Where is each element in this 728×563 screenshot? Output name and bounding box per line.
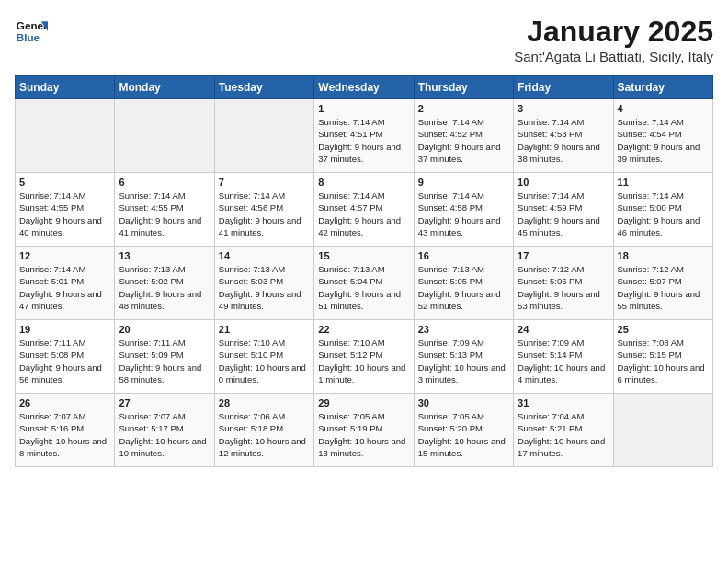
- day-number: 22: [318, 324, 409, 335]
- calendar-cell: 31Sunrise: 7:04 AM Sunset: 5:21 PM Dayli…: [514, 394, 613, 467]
- day-number: 11: [618, 177, 709, 188]
- day-info: Sunrise: 7:12 AM Sunset: 5:06 PM Dayligh…: [518, 263, 609, 312]
- calendar-cell: 2Sunrise: 7:14 AM Sunset: 4:52 PM Daylig…: [414, 99, 513, 173]
- calendar-cell: 5Sunrise: 7:14 AM Sunset: 4:55 PM Daylig…: [16, 173, 115, 247]
- day-info: Sunrise: 7:09 AM Sunset: 5:14 PM Dayligh…: [518, 337, 609, 385]
- calendar-cell: 20Sunrise: 7:11 AM Sunset: 5:09 PM Dayli…: [115, 320, 214, 394]
- calendar-week-1: 5Sunrise: 7:14 AM Sunset: 4:55 PM Daylig…: [16, 173, 713, 247]
- day-number: 3: [518, 103, 609, 114]
- day-info: Sunrise: 7:09 AM Sunset: 5:13 PM Dayligh…: [418, 337, 509, 385]
- page-header: General Blue January 2025 Sant'Agata Li …: [15, 15, 713, 64]
- day-number: 7: [219, 177, 310, 188]
- calendar-cell: 22Sunrise: 7:10 AM Sunset: 5:12 PM Dayli…: [314, 320, 414, 394]
- calendar-cell: 10Sunrise: 7:14 AM Sunset: 4:59 PM Dayli…: [514, 173, 613, 247]
- calendar-cell: 29Sunrise: 7:05 AM Sunset: 5:19 PM Dayli…: [314, 394, 414, 467]
- day-number: 17: [518, 250, 609, 261]
- day-number: 19: [19, 324, 110, 335]
- day-number: 2: [418, 103, 509, 114]
- day-number: 27: [119, 397, 210, 408]
- calendar-cell: 18Sunrise: 7:12 AM Sunset: 5:07 PM Dayli…: [613, 247, 712, 320]
- day-info: Sunrise: 7:13 AM Sunset: 5:04 PM Dayligh…: [318, 263, 409, 312]
- calendar-cell: 11Sunrise: 7:14 AM Sunset: 5:00 PM Dayli…: [613, 173, 712, 247]
- day-info: Sunrise: 7:10 AM Sunset: 5:12 PM Dayligh…: [318, 337, 409, 385]
- day-info: Sunrise: 7:14 AM Sunset: 4:55 PM Dayligh…: [19, 190, 110, 238]
- calendar-cell: 12Sunrise: 7:14 AM Sunset: 5:01 PM Dayli…: [16, 247, 115, 320]
- calendar-week-3: 19Sunrise: 7:11 AM Sunset: 5:08 PM Dayli…: [16, 320, 713, 394]
- calendar-cell: 9Sunrise: 7:14 AM Sunset: 4:58 PM Daylig…: [414, 173, 513, 247]
- day-number: 30: [418, 397, 509, 408]
- day-number: 12: [19, 250, 110, 261]
- logo-icon: General Blue: [15, 15, 48, 48]
- calendar-body: 1Sunrise: 7:14 AM Sunset: 4:51 PM Daylig…: [16, 99, 713, 467]
- calendar-cell: 26Sunrise: 7:07 AM Sunset: 5:16 PM Dayli…: [16, 394, 115, 467]
- day-header-tuesday: Tuesday: [214, 76, 313, 99]
- calendar-cell: 13Sunrise: 7:13 AM Sunset: 5:02 PM Dayli…: [115, 247, 214, 320]
- day-info: Sunrise: 7:14 AM Sunset: 4:56 PM Dayligh…: [219, 190, 310, 238]
- day-info: Sunrise: 7:14 AM Sunset: 5:01 PM Dayligh…: [19, 263, 110, 312]
- day-number: 25: [618, 324, 709, 335]
- day-info: Sunrise: 7:07 AM Sunset: 5:16 PM Dayligh…: [19, 410, 110, 459]
- day-number: 24: [518, 324, 609, 335]
- calendar-week-2: 12Sunrise: 7:14 AM Sunset: 5:01 PM Dayli…: [16, 247, 713, 320]
- day-info: Sunrise: 7:14 AM Sunset: 4:52 PM Dayligh…: [418, 116, 509, 165]
- day-number: 6: [119, 177, 210, 188]
- day-info: Sunrise: 7:13 AM Sunset: 5:02 PM Dayligh…: [119, 263, 210, 312]
- day-info: Sunrise: 7:04 AM Sunset: 5:21 PM Dayligh…: [518, 410, 609, 459]
- calendar-cell: 4Sunrise: 7:14 AM Sunset: 4:54 PM Daylig…: [613, 99, 712, 173]
- calendar-week-4: 26Sunrise: 7:07 AM Sunset: 5:16 PM Dayli…: [16, 394, 713, 467]
- day-info: Sunrise: 7:14 AM Sunset: 4:58 PM Dayligh…: [418, 190, 509, 238]
- day-info: Sunrise: 7:13 AM Sunset: 5:05 PM Dayligh…: [418, 263, 509, 312]
- day-number: 15: [318, 250, 409, 261]
- day-number: 20: [119, 324, 210, 335]
- svg-text:General: General: [17, 19, 48, 31]
- calendar-cell: [115, 99, 214, 173]
- calendar-cell: 17Sunrise: 7:12 AM Sunset: 5:06 PM Dayli…: [514, 247, 613, 320]
- calendar-cell: [16, 99, 115, 173]
- day-info: Sunrise: 7:14 AM Sunset: 4:54 PM Dayligh…: [618, 116, 709, 165]
- day-number: 29: [318, 397, 409, 408]
- day-number: 10: [518, 177, 609, 188]
- day-info: Sunrise: 7:08 AM Sunset: 5:15 PM Dayligh…: [618, 337, 709, 385]
- calendar-cell: 8Sunrise: 7:14 AM Sunset: 4:57 PM Daylig…: [314, 173, 414, 247]
- day-number: 5: [19, 177, 110, 188]
- svg-text:Blue: Blue: [17, 31, 40, 43]
- day-info: Sunrise: 7:14 AM Sunset: 4:59 PM Dayligh…: [518, 190, 609, 238]
- day-info: Sunrise: 7:13 AM Sunset: 5:03 PM Dayligh…: [219, 263, 310, 312]
- day-number: 21: [219, 324, 310, 335]
- day-info: Sunrise: 7:07 AM Sunset: 5:17 PM Dayligh…: [119, 410, 210, 459]
- day-info: Sunrise: 7:14 AM Sunset: 4:53 PM Dayligh…: [518, 116, 609, 165]
- calendar-cell: 21Sunrise: 7:10 AM Sunset: 5:10 PM Dayli…: [214, 320, 313, 394]
- calendar-cell: 16Sunrise: 7:13 AM Sunset: 5:05 PM Dayli…: [414, 247, 513, 320]
- location-subtitle: Sant'Agata Li Battiati, Sicily, Italy: [514, 49, 713, 64]
- calendar-cell: 23Sunrise: 7:09 AM Sunset: 5:13 PM Dayli…: [414, 320, 513, 394]
- calendar-cell: 3Sunrise: 7:14 AM Sunset: 4:53 PM Daylig…: [514, 99, 613, 173]
- day-number: 4: [618, 103, 709, 114]
- day-number: 23: [418, 324, 509, 335]
- day-number: 28: [219, 397, 310, 408]
- day-number: 9: [418, 177, 509, 188]
- calendar-table: SundayMondayTuesdayWednesdayThursdayFrid…: [15, 75, 713, 467]
- calendar-header-row: SundayMondayTuesdayWednesdayThursdayFrid…: [16, 76, 713, 99]
- calendar-cell: 24Sunrise: 7:09 AM Sunset: 5:14 PM Dayli…: [514, 320, 613, 394]
- calendar-cell: 15Sunrise: 7:13 AM Sunset: 5:04 PM Dayli…: [314, 247, 414, 320]
- day-info: Sunrise: 7:14 AM Sunset: 5:00 PM Dayligh…: [618, 190, 709, 238]
- day-info: Sunrise: 7:11 AM Sunset: 5:08 PM Dayligh…: [19, 337, 110, 385]
- calendar-cell: 1Sunrise: 7:14 AM Sunset: 4:51 PM Daylig…: [314, 99, 414, 173]
- day-number: 8: [318, 177, 409, 188]
- calendar-cell: [214, 99, 313, 173]
- calendar-cell: [613, 394, 712, 467]
- calendar-cell: 25Sunrise: 7:08 AM Sunset: 5:15 PM Dayli…: [613, 320, 712, 394]
- day-info: Sunrise: 7:14 AM Sunset: 4:57 PM Dayligh…: [318, 190, 409, 238]
- day-number: 18: [618, 250, 709, 261]
- calendar-cell: 19Sunrise: 7:11 AM Sunset: 5:08 PM Dayli…: [16, 320, 115, 394]
- calendar-cell: 28Sunrise: 7:06 AM Sunset: 5:18 PM Dayli…: [214, 394, 313, 467]
- day-header-saturday: Saturday: [613, 76, 712, 99]
- day-number: 13: [119, 250, 210, 261]
- calendar-cell: 30Sunrise: 7:05 AM Sunset: 5:20 PM Dayli…: [414, 394, 513, 467]
- day-header-friday: Friday: [514, 76, 613, 99]
- day-info: Sunrise: 7:11 AM Sunset: 5:09 PM Dayligh…: [119, 337, 210, 385]
- day-number: 14: [219, 250, 310, 261]
- title-block: January 2025 Sant'Agata Li Battiati, Sic…: [514, 15, 713, 64]
- day-header-monday: Monday: [115, 76, 214, 99]
- day-header-sunday: Sunday: [16, 76, 115, 99]
